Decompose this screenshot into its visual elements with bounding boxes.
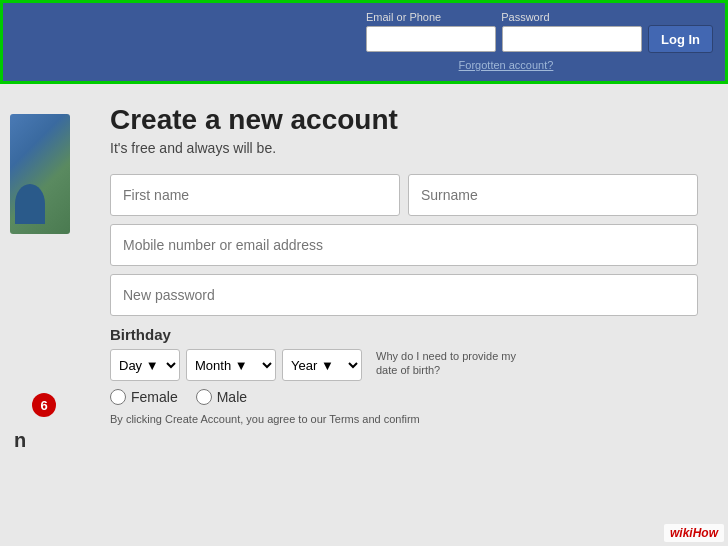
login-button[interactable]: Log In [648,25,713,53]
terms-text: By clicking Create Account, you agree to… [110,413,698,425]
left-sidebar: 6 n [0,84,80,546]
login-inputs-row: Log In [366,25,713,53]
female-label: Female [131,389,178,405]
wikihow-brand: How [693,526,718,540]
step-badge: 6 [32,393,56,417]
wikihow-prefix: wiki [670,526,693,540]
female-option[interactable]: Female [110,389,178,405]
page-subtitle: It's free and always will be. [110,140,698,156]
sidebar-letter: n [14,429,26,452]
birthday-row: Day ▼ Month ▼ Year ▼ Why do I need to pr… [110,349,698,381]
birthday-label: Birthday [110,326,698,343]
password-label: Password [501,11,549,23]
birthday-section: Birthday Day ▼ Month ▼ Year ▼ Why do I n… [110,326,698,381]
male-label: Male [217,389,247,405]
birthday-why-text: Why do I need to provide my date of birt… [376,349,516,378]
page-title: Create a new account [110,104,698,136]
new-password-input[interactable] [110,274,698,316]
password-input[interactable] [502,26,642,52]
gender-row: Female Male [110,389,698,405]
main-content-area: 6 n Create a new account It's free and a… [0,84,728,546]
month-select[interactable]: Month ▼ [186,349,276,381]
email-input[interactable] [366,26,496,52]
email-label: Email or Phone [366,11,441,23]
name-row [110,174,698,216]
forgotten-account-link[interactable]: Forgotten account? [459,59,554,71]
sidebar-thumbnail [10,114,70,234]
year-select[interactable]: Year ▼ [282,349,362,381]
registration-form-area: Create a new account It's free and alway… [80,84,728,546]
mobile-email-input[interactable] [110,224,698,266]
top-navigation-bar: Email or Phone Password Log In Forgotten… [0,0,728,84]
male-option[interactable]: Male [196,389,247,405]
female-radio[interactable] [110,389,126,405]
wikihow-badge: wikiHow [664,524,724,542]
male-radio[interactable] [196,389,212,405]
day-select[interactable]: Day ▼ [110,349,180,381]
first-name-input[interactable] [110,174,400,216]
birthday-selects: Day ▼ Month ▼ Year ▼ [110,349,362,381]
surname-input[interactable] [408,174,698,216]
